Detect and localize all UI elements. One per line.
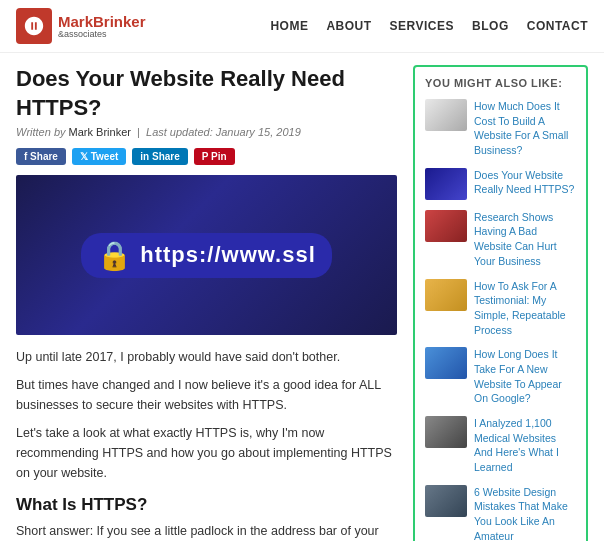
logo-text: MarkBrinker &associates bbox=[58, 14, 146, 39]
hero-image: 🔒 https://www.ssl bbox=[16, 175, 397, 335]
nav-contact[interactable]: CONTACT bbox=[527, 19, 588, 33]
article-meta: Written by Mark Brinker | Last updated: … bbox=[16, 126, 397, 138]
article-body: Up until late 2017, I probably would hav… bbox=[16, 347, 397, 541]
sidebar-item-link[interactable]: How Much Does It Cost To Build A Website… bbox=[474, 99, 576, 158]
sidebar-list-item: Does Your Website Really Need HTTPS? bbox=[425, 168, 576, 200]
pinterest-share-button[interactable]: P Pin bbox=[194, 148, 235, 165]
sidebar-thumbnail bbox=[425, 168, 467, 200]
logo-name: MarkBrinker bbox=[58, 14, 146, 29]
logo-icon bbox=[16, 8, 52, 44]
sidebar-item-link[interactable]: I Analyzed 1,100 Medical Websites And He… bbox=[474, 416, 576, 475]
twitter-share-button[interactable]: 𝕏 Tweet bbox=[72, 148, 126, 165]
article-para-2: But times have changed and I now believe… bbox=[16, 375, 397, 415]
article-para-1: Up until late 2017, I probably would hav… bbox=[16, 347, 397, 367]
nav-services[interactable]: SERVICES bbox=[390, 19, 454, 33]
social-buttons: f Share 𝕏 Tweet in Share P Pin bbox=[16, 148, 397, 165]
main-layout: Does Your Website Really Need HTTPS? Wri… bbox=[0, 53, 604, 541]
sidebar-list-item: How Much Does It Cost To Build A Website… bbox=[425, 99, 576, 158]
sidebar-thumbnail bbox=[425, 485, 467, 517]
sidebar-thumbnail bbox=[425, 416, 467, 448]
logo: MarkBrinker &associates bbox=[16, 8, 146, 44]
sidebar-list-item: How Long Does It Take For A New Website … bbox=[425, 347, 576, 406]
hero-url-bar: 🔒 https://www.ssl bbox=[81, 233, 332, 278]
sidebar-items: How Much Does It Cost To Build A Website… bbox=[425, 99, 576, 541]
sidebar-item-link[interactable]: Research Shows Having A Bad Website Can … bbox=[474, 210, 576, 269]
header: MarkBrinker &associates HOME ABOUT SERVI… bbox=[0, 0, 604, 53]
sidebar-list-item: I Analyzed 1,100 Medical Websites And He… bbox=[425, 416, 576, 475]
article-title: Does Your Website Really Need HTTPS? bbox=[16, 65, 397, 122]
sidebar-item-link[interactable]: Does Your Website Really Need HTTPS? bbox=[474, 168, 576, 197]
sidebar-thumbnail bbox=[425, 279, 467, 311]
sidebar-title: YOU MIGHT ALSO LIKE: bbox=[425, 77, 576, 89]
article-h2: What Is HTTPS? bbox=[16, 495, 397, 515]
logo-sub: &associates bbox=[58, 29, 146, 39]
sidebar-list-item: 6 Website Design Mistakes That Make You … bbox=[425, 485, 576, 541]
main-nav: HOME ABOUT SERVICES BLOG CONTACT bbox=[270, 19, 588, 33]
sidebar-list-item: Research Shows Having A Bad Website Can … bbox=[425, 210, 576, 269]
sidebar-list-item: How To Ask For A Testimonial: My Simple,… bbox=[425, 279, 576, 338]
nav-home[interactable]: HOME bbox=[270, 19, 308, 33]
linkedin-share-button[interactable]: in Share bbox=[132, 148, 187, 165]
facebook-share-button[interactable]: f Share bbox=[16, 148, 66, 165]
sidebar-thumbnail bbox=[425, 99, 467, 131]
article-para-4: Short answer: If you see a little padloc… bbox=[16, 521, 397, 541]
sidebar-item-link[interactable]: How Long Does It Take For A New Website … bbox=[474, 347, 576, 406]
article: Does Your Website Really Need HTTPS? Wri… bbox=[16, 65, 397, 541]
lock-icon: 🔒 bbox=[97, 239, 132, 272]
nav-blog[interactable]: BLOG bbox=[472, 19, 509, 33]
sidebar-thumbnail bbox=[425, 347, 467, 379]
nav-about[interactable]: ABOUT bbox=[326, 19, 371, 33]
sidebar-item-link[interactable]: How To Ask For A Testimonial: My Simple,… bbox=[474, 279, 576, 338]
article-para-3: Let's take a look at what exactly HTTPS … bbox=[16, 423, 397, 483]
hero-url-text: https://www.ssl bbox=[140, 242, 316, 268]
sidebar-thumbnail bbox=[425, 210, 467, 242]
sidebar: YOU MIGHT ALSO LIKE: How Much Does It Co… bbox=[413, 65, 588, 541]
sidebar-item-link[interactable]: 6 Website Design Mistakes That Make You … bbox=[474, 485, 576, 541]
